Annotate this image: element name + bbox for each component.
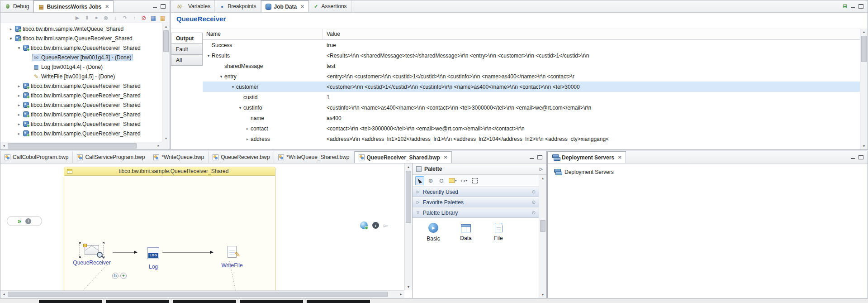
expander-icon[interactable] xyxy=(16,122,22,126)
info-icon[interactable]: i xyxy=(25,218,31,224)
add-view-icon[interactable]: ⊞ xyxy=(843,4,847,9)
view-tab[interactable]: Variables ✕ xyxy=(171,0,215,12)
palette-section-header[interactable]: Favorite Palettes ⊙ xyxy=(413,197,539,207)
tree-item[interactable]: tibco.bw.ibmi.sample.QueueReceiver_Share… xyxy=(0,81,162,91)
activity-add-badge-icon[interactable]: + xyxy=(120,273,127,279)
expander-icon[interactable] xyxy=(237,106,243,110)
close-tab-icon[interactable]: ✕ xyxy=(444,155,447,160)
close-tab-icon[interactable]: ✕ xyxy=(300,4,304,9)
scroll-up-arrow[interactable]: ▴ xyxy=(162,23,170,30)
connection-tool[interactable]: ↦▾ xyxy=(460,176,469,185)
column-header-value[interactable]: Value xyxy=(323,29,860,39)
activity-queuereceiver[interactable]: QueueReceiver xyxy=(71,243,113,266)
debug-toolbar-icon[interactable] xyxy=(140,14,148,22)
expander-icon[interactable] xyxy=(16,84,22,88)
tree-item[interactable]: WriteFile [bw001g4.5] - (Done) xyxy=(0,72,162,81)
table-row[interactable]: Results <Results>\r\n <sharedMessage>tes… xyxy=(203,50,860,61)
maximize-button[interactable] xyxy=(537,155,542,159)
expander-icon[interactable] xyxy=(16,131,22,136)
palette-section-header[interactable]: Palette Library ⊙ xyxy=(413,207,539,218)
tree-item[interactable]: tibco.bw.ibmi.sample.QueueReceiver_Share… xyxy=(0,91,162,100)
editor-tab[interactable]: *WriteQueue_Shared.bwp ✕ xyxy=(274,151,354,163)
send-flag-icon[interactable]: ▻ xyxy=(384,222,388,229)
process-canvas[interactable]: tibco.bw.ibmi.sample.QueueReceiver_Share… xyxy=(0,164,404,290)
minimize-button[interactable] xyxy=(850,155,855,159)
job-data-subtab[interactable]: All xyxy=(171,54,203,66)
scroll-thumb[interactable] xyxy=(8,143,137,149)
maximize-button[interactable] xyxy=(859,4,863,9)
process-container[interactable]: tibco.bw.ibmi.sample.QueueReceiver_Share… xyxy=(64,167,275,290)
expander-icon[interactable] xyxy=(16,93,22,98)
job-data-subtab[interactable]: Output xyxy=(171,33,203,44)
scroll-down-arrow[interactable]: ▾ xyxy=(405,284,412,290)
minimize-button[interactable] xyxy=(152,4,157,9)
tree-item[interactable]: tibco.bw.ibmi.sample.QueueReceiver_Share… xyxy=(0,129,162,138)
debug-toolbar-icon[interactable] xyxy=(149,14,157,22)
editor-tab[interactable]: QueueReceiver.bwp ✕ xyxy=(209,151,274,163)
editor-tab[interactable]: CallCobolProgram.bwp ✕ xyxy=(0,151,73,163)
expander-icon[interactable] xyxy=(244,126,251,131)
collapse-palette-icon[interactable]: ▷ xyxy=(540,167,543,171)
scroll-thumb[interactable] xyxy=(406,171,411,223)
view-tab[interactable]: Job Data ✕ xyxy=(261,0,309,12)
view-tab[interactable]: Assertions ✕ xyxy=(309,0,351,12)
marquee-tool[interactable] xyxy=(470,176,479,185)
tree-item[interactable]: tibco.bw.ibmi.sample.QueueReceiver_Share… xyxy=(0,119,162,129)
vertical-scrollbar[interactable]: ▴ ▾ xyxy=(860,29,868,149)
vertical-scrollbar[interactable]: ▴ ▾ xyxy=(404,164,412,290)
table-row[interactable]: custid 1 xyxy=(203,92,860,102)
expander-icon[interactable] xyxy=(8,27,14,31)
debug-toolbar-icon[interactable] xyxy=(111,14,119,22)
table-row[interactable]: customer <customer>\r\n <custid>1</custi… xyxy=(203,82,860,92)
expander-icon[interactable] xyxy=(218,74,224,79)
editor-tab[interactable]: CallServiceProgram.bwp ✕ xyxy=(73,151,149,163)
debug-toolbar-icon[interactable] xyxy=(73,14,81,22)
vertical-scrollbar[interactable]: ▴ ▾ xyxy=(162,23,170,142)
expander-icon[interactable] xyxy=(230,85,236,89)
palette-item[interactable]: File xyxy=(489,223,508,242)
table-row[interactable]: address <address>\r\n <address_ln1>102</… xyxy=(203,134,860,144)
info-badge-icon[interactable]: i xyxy=(372,222,379,229)
scroll-down-arrow[interactable]: ▾ xyxy=(539,291,546,298)
maximize-button[interactable] xyxy=(161,4,166,9)
column-header-name[interactable]: Name xyxy=(203,29,323,39)
job-data-subtab[interactable]: Fault xyxy=(171,43,203,55)
tree-item[interactable]: Log [bw001g4.4] - (Done) xyxy=(0,62,162,72)
scroll-up-arrow[interactable]: ▴ xyxy=(539,175,546,182)
section-pin-icon[interactable]: ⊙ xyxy=(532,210,536,215)
debug-toolbar-icon[interactable] xyxy=(102,14,110,22)
close-tab-icon[interactable]: ✕ xyxy=(618,155,621,160)
view-tab[interactable]: Breakpoints ✕ xyxy=(215,0,261,12)
tree-item[interactable]: tibco.bw.ibmi.sample.QueueReceiver_Share… xyxy=(0,110,162,119)
process-header[interactable]: tibco.bw.ibmi.sample.QueueReceiver_Share… xyxy=(64,167,275,176)
zoom-in-tool[interactable]: ⊕ xyxy=(426,176,435,185)
note-tool[interactable]: ▾ xyxy=(448,176,458,185)
editor-tab[interactable]: QueueReceiver_Shared.bwp ✕ xyxy=(354,151,452,163)
scroll-left-arrow[interactable]: ◂ xyxy=(0,142,7,149)
close-tab-icon[interactable]: ✕ xyxy=(105,4,109,9)
section-pin-icon[interactable]: ⊙ xyxy=(532,189,536,194)
deployment-server-item[interactable]: Deployment Servers xyxy=(554,168,868,177)
zoom-out-tool[interactable]: ⊖ xyxy=(437,176,446,185)
debug-toolbar-icon[interactable] xyxy=(92,14,100,22)
table-row[interactable]: name as400 xyxy=(203,113,860,123)
tree-item[interactable]: tibco.bw.ibmi.sample.WriteQueue_Shared xyxy=(0,24,162,34)
activity-log[interactable]: LOG Log xyxy=(142,245,165,270)
activity-writefile[interactable]: WriteFile xyxy=(217,244,247,269)
scroll-thumb[interactable] xyxy=(540,220,545,232)
debug-toolbar-icon[interactable] xyxy=(121,14,129,22)
tree-item[interactable]: tibco.bw.ibmi.sample.QueueReceiver_Share… xyxy=(0,34,162,43)
expander-icon[interactable] xyxy=(8,36,14,41)
minimize-button[interactable] xyxy=(850,4,855,9)
scroll-up-arrow[interactable]: ▴ xyxy=(860,29,868,35)
table-row[interactable]: contact <contact>\r\n <tel>3000000</tel>… xyxy=(203,123,860,134)
scroll-up-arrow[interactable]: ▴ xyxy=(405,164,412,170)
expander-icon[interactable] xyxy=(244,137,251,141)
scroll-thumb[interactable] xyxy=(861,36,867,62)
debug-toolbar-icon[interactable] xyxy=(130,14,138,22)
palette-header[interactable]: Palette ▷ xyxy=(413,164,546,175)
section-pin-icon[interactable]: ⊙ xyxy=(532,200,536,205)
expander-icon[interactable] xyxy=(205,53,212,58)
select-tool[interactable] xyxy=(415,176,424,185)
debug-toolbar-icon[interactable] xyxy=(83,14,91,22)
